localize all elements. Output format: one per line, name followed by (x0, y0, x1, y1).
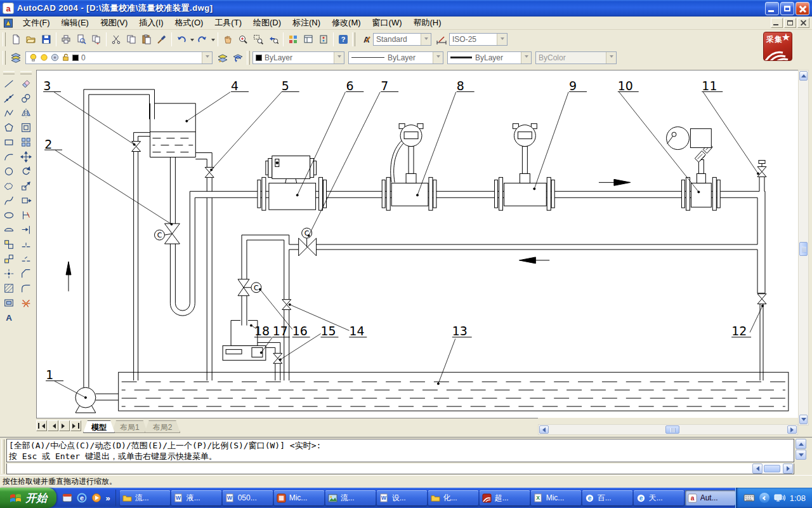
control-valve-7[interactable]: C (299, 228, 317, 256)
draw-revision-cloud-button[interactable] (1, 178, 16, 193)
draw-polygon-button[interactable] (1, 120, 16, 135)
minimize-button[interactable] (765, 2, 779, 15)
pan-realtime-button[interactable] (220, 32, 235, 47)
taskbar-task-ie-1[interactable]: e百... (582, 490, 632, 505)
draw-make-block-button[interactable] (1, 251, 16, 266)
draw-arc-button[interactable] (1, 149, 16, 164)
copy-clip-button[interactable] (124, 32, 139, 47)
control-valve-2[interactable]: C (155, 224, 180, 244)
modify-break-button[interactable] (18, 251, 34, 266)
chevron-down-icon[interactable] (433, 52, 443, 64)
modify-extend-button[interactable] (18, 222, 34, 237)
scroll-up-button[interactable] (799, 71, 808, 81)
menu-modify[interactable]: 修改(M) (326, 16, 367, 30)
redo-button[interactable] (195, 32, 210, 47)
publish-button[interactable] (89, 32, 104, 47)
toolbar-grip[interactable] (247, 51, 250, 65)
display-volume-icon[interactable] (774, 493, 785, 503)
draw-line-button[interactable] (1, 76, 16, 91)
menu-view[interactable]: 视图(V) (95, 16, 133, 30)
layer-combo[interactable]: 0 (25, 51, 213, 64)
modify-array-button[interactable] (18, 135, 34, 149)
command-input[interactable] (6, 464, 794, 474)
flowmeter-6[interactable] (258, 156, 327, 211)
zoom-realtime-button[interactable] (235, 32, 251, 47)
tool-palettes-button[interactable] (316, 32, 331, 47)
control-valve-16[interactable]: C (238, 279, 261, 296)
vertical-scrollbar[interactable] (798, 70, 809, 425)
draw-spline-button[interactable] (1, 193, 16, 208)
keyboard-icon[interactable] (743, 493, 755, 502)
layer-on-bulb-icon[interactable] (29, 53, 38, 62)
modify-erase-button[interactable] (18, 76, 34, 91)
properties-button[interactable] (285, 32, 301, 47)
weighing-tank-18[interactable] (231, 321, 258, 346)
modify-fillet-button[interactable] (18, 281, 34, 295)
menu-window[interactable]: 窗口(W) (367, 16, 408, 30)
design-center-button[interactable] (301, 32, 316, 47)
text-style-combo[interactable]: Standard (373, 33, 431, 46)
modify-offset-button[interactable] (18, 120, 34, 135)
cut-button[interactable] (108, 32, 124, 47)
chevron-down-icon[interactable] (521, 52, 531, 64)
taskbar-task-ie-2[interactable]: e天... (634, 490, 684, 505)
chevron-down-icon[interactable] (334, 52, 344, 64)
command-scroll-down-button[interactable] (796, 450, 806, 460)
dim-style-combo[interactable]: ISO-25 (449, 33, 508, 46)
command-scroll-thumb[interactable] (764, 465, 780, 472)
modify-break-at-point-button[interactable] (18, 237, 34, 251)
chevron-down-icon[interactable] (202, 52, 212, 64)
draw-hatch-button[interactable] (1, 281, 16, 295)
restore-button[interactable] (780, 2, 794, 15)
quick-launch-app-icon[interactable] (62, 493, 72, 504)
media-player-icon[interactable] (91, 493, 102, 504)
draw-construction-line-button[interactable] (1, 91, 16, 105)
open-button[interactable] (23, 32, 39, 47)
toolbar-grip[interactable] (3, 51, 6, 65)
toolbar-grip[interactable] (3, 32, 6, 46)
menu-edit[interactable]: 编辑(E) (56, 16, 95, 30)
plot-preview-button[interactable] (74, 32, 89, 47)
tray-clock[interactable]: 1:08 (790, 493, 806, 503)
plot-button[interactable] (58, 32, 74, 47)
zoom-window-button[interactable] (251, 32, 266, 47)
horizontal-scrollbar[interactable] (538, 424, 798, 435)
draw-rectangle-button[interactable] (1, 135, 16, 149)
modify-stretch-button[interactable] (18, 193, 34, 208)
command-scroll-left-button[interactable] (752, 464, 763, 474)
mdi-close-button[interactable] (797, 18, 809, 28)
draw-insert-block-button[interactable] (1, 237, 16, 251)
undo-button[interactable] (174, 32, 189, 47)
flowmeter-8[interactable] (382, 124, 436, 211)
draw-ellipse-button[interactable] (1, 208, 16, 222)
scroll-left-button[interactable] (539, 425, 549, 434)
layers-manager-button[interactable] (8, 50, 23, 65)
weighing-scale-17[interactable] (223, 345, 266, 360)
mdi-minimize-button[interactable] (771, 18, 783, 28)
taskbar-task-autocad[interactable]: aAut... (685, 490, 735, 505)
modify-trim-button[interactable] (18, 208, 34, 222)
paste-button[interactable] (139, 32, 154, 47)
new-button[interactable] (8, 32, 23, 47)
vertical-scroll-thumb[interactable] (799, 242, 808, 256)
chevron-down-icon[interactable] (497, 34, 507, 45)
command-window-grip[interactable] (1, 439, 4, 474)
lineweight-combo[interactable]: ByLayer (447, 51, 532, 64)
modify-explode-button[interactable] (18, 295, 34, 310)
scroll-down-button[interactable] (799, 415, 808, 424)
taskbar-task-word-2[interactable]: W050... (223, 490, 273, 505)
tab-last-button[interactable] (70, 420, 81, 431)
start-button[interactable]: 开始 (0, 488, 56, 508)
modify-copy-button[interactable] (18, 91, 34, 105)
tab-layout2[interactable]: 布局2 (145, 420, 181, 433)
close-button[interactable] (796, 2, 809, 15)
taskbar-task-image[interactable]: 流... (325, 490, 376, 505)
modify-rotate-button[interactable] (18, 164, 34, 178)
color-combo[interactable]: ByLayer (252, 51, 344, 64)
draw-ellipse-arc-button[interactable] (1, 222, 16, 237)
layer-previous-button[interactable] (230, 50, 246, 65)
taskbar-task-app-red[interactable]: Mic... (274, 490, 324, 505)
modify-mirror-button[interactable] (18, 105, 34, 120)
taskbar-task-word-3[interactable]: W设... (377, 490, 427, 505)
make-object-layer-current-button[interactable] (215, 50, 230, 65)
